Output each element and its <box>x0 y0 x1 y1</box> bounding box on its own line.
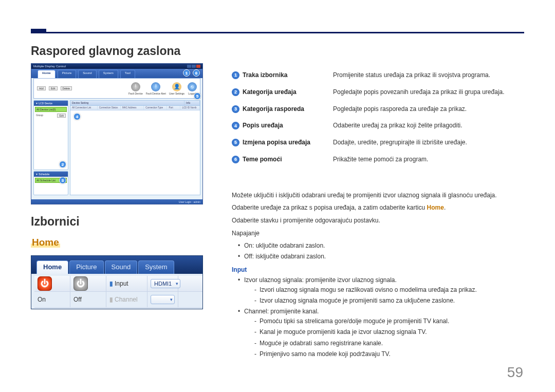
panel-head-lcd[interactable]: ▼ LCD Device <box>34 101 68 106</box>
legend-num: 5 <box>232 139 239 146</box>
bullet-channel: Channel: promijenite kanal. Pomoću tipki… <box>239 307 524 359</box>
sidebar: ▼ LCD Device All Device List(0) Group Ed… <box>33 100 68 195</box>
cell-channel-label: ▮Channel <box>106 292 147 308</box>
legend-desc: Pogledajte popis povezanih uređaja za pr… <box>333 88 524 97</box>
cell-on-icon[interactable]: ⏻ <box>34 276 70 292</box>
callout-5: 5 <box>194 92 201 100</box>
tabs-row: Home Picture Sound System <box>31 256 202 274</box>
para-4: Napajanje <box>232 229 524 238</box>
legend-term: Traka izbornika <box>243 71 333 80</box>
cell-off-icon[interactable]: ⏻ <box>70 276 106 292</box>
power-on-icon: ⏻ <box>38 276 52 291</box>
bullet-input-source: Izvor ulaznog signala: promijenite izvor… <box>239 275 524 306</box>
heading-menus: Izbornici <box>31 215 203 229</box>
page-number: 59 <box>507 364 523 381</box>
legend-item-6: 6 Teme pomoći Prikažite teme pomoći za p… <box>232 155 524 164</box>
cell-input-label: ▮Input <box>106 276 147 292</box>
dash-2: Izvor ulaznog signala moguće je promijen… <box>254 296 524 306</box>
cell-on-label: On <box>34 292 70 308</box>
callout-4: 4 <box>73 113 81 120</box>
legend-item-1: 1 Traka izbornika Promijenite status ure… <box>232 71 524 80</box>
legend-item-3: 3 Kategorija rasporeda Pogledajte popis … <box>232 105 524 114</box>
cell-pad2 <box>178 292 202 308</box>
window-title: Multiple Display Control <box>33 65 66 68</box>
cell-pad1 <box>178 276 202 292</box>
tb-fault-alert[interactable]: !Fault Device Alert <box>146 82 166 95</box>
bar-icon-dim: ▮ <box>109 296 113 303</box>
callout-2: 2 <box>59 161 66 168</box>
tab2-home[interactable]: Home <box>36 260 68 274</box>
legend-desc: Odaberite uređaj za prikaz koji želite p… <box>333 121 524 130</box>
legend-num: 1 <box>232 71 239 79</box>
legend-num: 3 <box>232 105 239 113</box>
window-controls <box>187 65 200 68</box>
heading-layout: Raspored glavnog zaslona <box>31 44 203 58</box>
screenshot-main-layout: Multiple Display Control Home Picture So… <box>31 63 203 204</box>
input-list: Izvor ulaznog signala: promijenite izvor… <box>232 275 524 360</box>
para-1: Možete uključiti i isključiti odabrani u… <box>232 191 524 200</box>
status-bar: User Login : admin <box>31 199 202 204</box>
legend-term: Kategorija uređaja <box>243 88 333 97</box>
tb-fault-device[interactable]: !Fault Device <box>128 82 143 95</box>
legend-desc: Prikažite teme pomoći za program. <box>333 155 524 164</box>
tab-home[interactable]: Home <box>38 70 55 78</box>
group-edit-btn[interactable]: Edit <box>57 114 66 118</box>
power-list: On: uključite odabrani zaslon. Off: iskl… <box>232 241 524 262</box>
label-input: Input <box>232 266 524 273</box>
tab-system[interactable]: System <box>99 70 118 78</box>
legend-desc: Dodajte, uredite, pregrupirajte ili izbr… <box>333 138 524 147</box>
legend-num: 6 <box>232 156 239 163</box>
btn-add[interactable]: Add <box>37 86 46 90</box>
tab-sound[interactable]: Sound <box>78 70 96 78</box>
status-text: User Login : admin <box>179 200 200 203</box>
screenshot-home-tab: Home Picture Sound System ⏻ ⏻ ▮Input HDM… <box>31 255 203 309</box>
input-dropdown[interactable]: HDMI1 <box>151 279 180 288</box>
dash-1: Izvori ulaznog signala mogu se razlikova… <box>254 285 524 295</box>
tb-user-settings[interactable]: 👤User Settings <box>169 82 184 95</box>
all-device-list[interactable]: All Device List(0) <box>35 107 67 112</box>
warning-icon: ! <box>131 82 140 91</box>
user-icon: 👤 <box>172 82 181 91</box>
legend-term: Popis uređaja <box>243 121 333 130</box>
dash-c3: Moguće je odabrati samo registrirane kan… <box>254 339 524 348</box>
panel-head-schedule[interactable]: ▼ Schedule <box>34 172 68 177</box>
right-column: 1 Traka izbornika Promijenite status ure… <box>232 44 524 371</box>
legend-term: Izmjena popisa uređaja <box>243 138 333 147</box>
grid-head-top: Device Setting Info <box>70 101 200 106</box>
left-column: Raspored glavnog zaslona Multiple Displa… <box>31 44 203 371</box>
bullet-off: Off: isključite odabrani zaslon. <box>239 252 524 262</box>
channel-sublist: Pomoću tipki sa strelicama gore/dolje mo… <box>244 316 524 359</box>
legend-item-4: 4 Popis uređaja Odaberite uređaj za prik… <box>232 121 524 130</box>
cell-channel-dd <box>147 292 178 308</box>
tab-tool[interactable]: Tool <box>120 70 135 78</box>
dash-c2: Kanal je moguće promijeniti kada je izvo… <box>254 327 524 337</box>
btn-delete[interactable]: Delete <box>61 86 72 90</box>
schedule-category-panel: ▼ Schedule All Schedule List 3 <box>33 171 68 195</box>
heading-home: Home <box>31 237 60 248</box>
para-3: Odaberite stavku i promijenite odgovaraj… <box>232 216 524 226</box>
window-titlebar: Multiple Display Control <box>31 64 202 69</box>
tab2-picture[interactable]: Picture <box>69 260 103 274</box>
bullet-on: On: uključite odabrani zaslon. <box>239 241 524 251</box>
cell-input-dd: HDMI1 <box>147 276 178 292</box>
menu-bar: Home Picture Sound System Tool 1 6 <box>31 69 202 78</box>
toolbar: Add Edit Delete !Fault Device !Fault Dev… <box>33 78 200 99</box>
para-2: Odaberite uređaje za prikaz s popisa ure… <box>232 203 524 213</box>
tab2-sound[interactable]: Sound <box>105 260 138 274</box>
btn-edit[interactable]: Edit <box>49 86 58 90</box>
power-off-icon: ⏻ <box>73 276 88 291</box>
tab2-system[interactable]: System <box>138 260 174 274</box>
alert-icon: ! <box>151 82 160 91</box>
hl-home: Home <box>427 204 444 211</box>
bar-icon: ▮ <box>109 280 113 287</box>
channel-dropdown[interactable] <box>151 295 175 304</box>
tab-picture[interactable]: Picture <box>58 70 77 78</box>
legend-item-5: 5 Izmjena popisa uređaja Dodajte, uredit… <box>232 138 524 147</box>
logout-icon: ⎋ <box>188 82 197 91</box>
dash-c1: Pomoću tipki sa strelicama gore/dolje mo… <box>254 316 524 326</box>
page-content: Raspored glavnog zaslona Multiple Displa… <box>31 44 524 371</box>
input-sublist: Izvori ulaznog signala mogu se razlikova… <box>244 285 524 306</box>
legend-term: Teme pomoći <box>243 155 333 164</box>
header-rule <box>31 32 524 33</box>
callout-1: 1 <box>183 69 190 77</box>
